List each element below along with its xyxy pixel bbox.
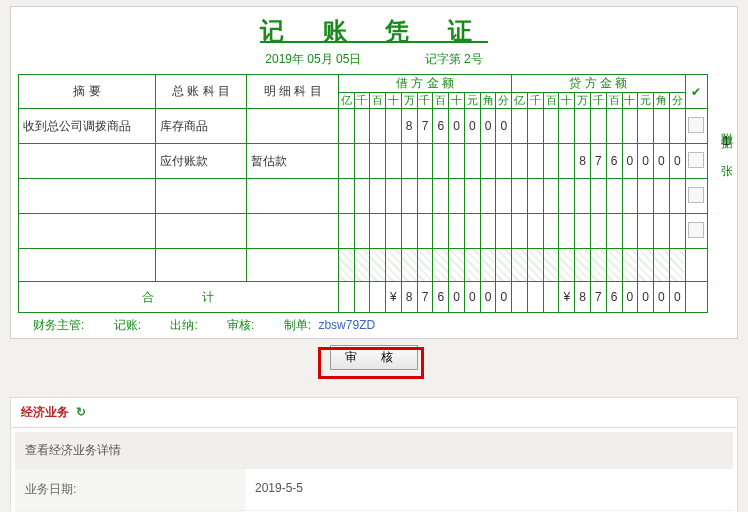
cell-debit-digit (449, 144, 465, 179)
biz-details-panel: 查看经济业务详情 业务日期: 2019-5-5 业务摘要: 收到总公司调拨商品 … (10, 427, 738, 512)
table-row (19, 214, 708, 249)
cell-debit-digit (433, 144, 449, 179)
cell-credit-digit (575, 109, 591, 144)
cell-credit-digit (654, 179, 670, 214)
cell-credit-digit (543, 214, 559, 249)
signature-row: 财务主管: 记账: 出纳: 审核: 制单: zbsw79ZD (33, 317, 737, 334)
attachment-column: 附单据 1 张 (715, 74, 737, 313)
sig-maker-label: 制单: (284, 317, 311, 334)
sig-bookkeeper: 记账: (114, 317, 141, 334)
cell-credit-digit (559, 179, 575, 214)
cell-debit-digit (464, 144, 480, 179)
table-row: 应付账款暂估款8760000 (19, 144, 708, 179)
cell-credit-digit (512, 214, 528, 249)
cell-credit-digit (559, 109, 575, 144)
cell-debit-digit (449, 214, 465, 249)
detail-row: 业务日期: 2019-5-5 (15, 469, 733, 511)
cell-account (155, 214, 247, 249)
cell-credit-digit (512, 179, 528, 214)
cell-debit-digit: 0 (464, 109, 480, 144)
cell-credit-digit: 7 (591, 144, 607, 179)
attachment-unit: 张 (716, 153, 737, 159)
refresh-icon[interactable]: ↻ (76, 405, 86, 419)
header-subaccount: 明 细 科 目 (247, 75, 339, 109)
cell-credit-digit (527, 179, 543, 214)
cell-credit-digit (638, 109, 654, 144)
cell-credit-digit (669, 109, 685, 144)
cell-credit-digit (527, 109, 543, 144)
header-debit: 借 方 金 额 (338, 75, 511, 93)
sig-auditor: 审核: (227, 317, 254, 334)
header-abstract: 摘 要 (19, 75, 156, 109)
cell-checkbox[interactable] (685, 179, 707, 214)
cell-credit-digit (512, 109, 528, 144)
header-account: 总 账 科 目 (155, 75, 247, 109)
cell-debit-digit (370, 214, 386, 249)
cell-debit-digit: 0 (496, 109, 512, 144)
voucher-table: 摘 要 总 账 科 目 明 细 科 目 借 方 金 额 贷 方 金 额 ✔ 亿千… (18, 74, 708, 313)
cell-checkbox[interactable] (685, 109, 707, 144)
cell-debit-digit (417, 179, 433, 214)
cell-subaccount (247, 179, 339, 214)
biz-section-title-text: 经济业务 (21, 405, 69, 419)
cell-debit-digit (496, 214, 512, 249)
cell-debit-digit (354, 179, 370, 214)
cell-debit-digit: 0 (480, 109, 496, 144)
hatched-row (19, 249, 708, 282)
cell-credit-digit (669, 179, 685, 214)
voucher-number: 记字第 2号 (425, 51, 483, 68)
cell-debit-digit (449, 179, 465, 214)
attachment-count: 1 (723, 134, 730, 148)
cell-debit-digit (354, 214, 370, 249)
cell-account (155, 179, 247, 214)
cell-debit-digit (417, 214, 433, 249)
cell-debit-digit (464, 179, 480, 214)
cell-debit-digit (433, 179, 449, 214)
cell-credit-digit (638, 179, 654, 214)
cell-checkbox[interactable] (685, 144, 707, 179)
cell-debit-digit (464, 214, 480, 249)
detail-date-value: 2019-5-5 (245, 469, 733, 510)
cell-debit-digit (386, 179, 402, 214)
header-check: ✔ (685, 75, 707, 109)
cell-debit-digit (480, 179, 496, 214)
voucher-subheader: 2019年 05月 05日 记字第 2号 (11, 51, 737, 68)
cell-credit-digit (591, 214, 607, 249)
cell-credit-digit (575, 179, 591, 214)
cell-account: 库存商品 (155, 109, 247, 144)
cell-credit-digit (575, 214, 591, 249)
sig-maker-value: zbsw79ZD (318, 318, 375, 332)
cell-debit-digit (338, 109, 354, 144)
total-label: 合 计 (19, 282, 339, 313)
cell-abstract (19, 179, 156, 214)
cell-subaccount: 暂估款 (247, 144, 339, 179)
table-row: 收到总公司调拨商品库存商品8760000 (19, 109, 708, 144)
cell-credit-digit (591, 179, 607, 214)
table-row (19, 179, 708, 214)
cell-debit-digit (401, 214, 417, 249)
cell-debit-digit (370, 179, 386, 214)
cell-checkbox[interactable] (685, 214, 707, 249)
cell-debit-digit: 6 (433, 109, 449, 144)
cell-credit-digit (559, 144, 575, 179)
cell-abstract (19, 214, 156, 249)
cell-account: 应付账款 (155, 144, 247, 179)
cell-debit-digit (417, 144, 433, 179)
cell-debit-digit (338, 214, 354, 249)
cell-credit-digit: 6 (606, 144, 622, 179)
cell-credit-digit (527, 144, 543, 179)
cell-debit-digit: 8 (401, 109, 417, 144)
attachment-label: 附单据 (716, 121, 737, 131)
cell-abstract (19, 144, 156, 179)
cell-credit-digit (622, 214, 638, 249)
cell-credit-digit: 0 (638, 144, 654, 179)
cell-credit-digit (512, 144, 528, 179)
cell-debit-digit (338, 179, 354, 214)
cell-debit-digit (386, 144, 402, 179)
cell-subaccount (247, 214, 339, 249)
biz-panel-title: 查看经济业务详情 (15, 432, 733, 469)
cell-credit-digit: 0 (669, 144, 685, 179)
highlight-audit-button (318, 347, 424, 379)
cell-credit-digit (543, 109, 559, 144)
cell-credit-digit (622, 109, 638, 144)
